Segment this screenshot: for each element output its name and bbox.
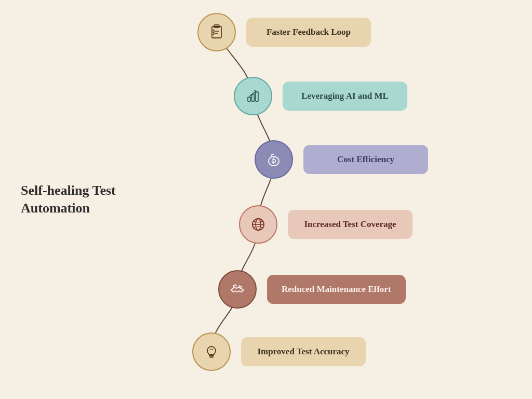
label-cost: Cost Efficiency xyxy=(303,145,428,174)
lightbulb-icon xyxy=(202,342,221,361)
label-coverage: Increased Test Coverage xyxy=(288,210,413,239)
circle-accuracy xyxy=(192,332,231,371)
svg-rect-12 xyxy=(256,92,258,101)
timeline-item-faster-feedback: Faster Feedback Loop xyxy=(197,13,371,51)
svg-text:$: $ xyxy=(273,160,274,163)
circle-cost: $ xyxy=(255,140,293,179)
timeline-item-maintenance: Reduced Maintenance Effort xyxy=(218,270,406,309)
label-ai-ml: Leveraging AI and ML xyxy=(283,82,407,111)
globe-icon xyxy=(249,215,268,234)
circle-faster-feedback xyxy=(197,13,236,51)
page-title: Self-healing Test Automation xyxy=(21,182,135,217)
chart-icon xyxy=(244,87,262,105)
circle-maintenance xyxy=(218,270,257,309)
clipboard-icon xyxy=(207,23,226,42)
handshake-icon xyxy=(228,280,247,299)
svg-rect-11 xyxy=(252,95,255,101)
timeline-container: Faster Feedback Loop Leveraging AI and M… xyxy=(187,0,509,399)
timeline-item-coverage: Increased Test Coverage xyxy=(239,205,413,244)
timeline-item-accuracy: Improved Test Accuracy xyxy=(192,332,366,371)
timeline-item-ai-ml: Leveraging AI and ML xyxy=(234,77,407,115)
circle-ai-ml xyxy=(234,77,272,115)
circle-coverage xyxy=(239,205,277,244)
money-bag-icon: $ xyxy=(264,150,283,169)
timeline-item-cost: $ Cost Efficiency xyxy=(255,140,428,179)
label-accuracy: Improved Test Accuracy xyxy=(241,337,366,366)
label-maintenance: Reduced Maintenance Effort xyxy=(267,275,406,304)
label-faster-feedback: Faster Feedback Loop xyxy=(246,18,371,47)
svg-rect-10 xyxy=(248,97,250,101)
